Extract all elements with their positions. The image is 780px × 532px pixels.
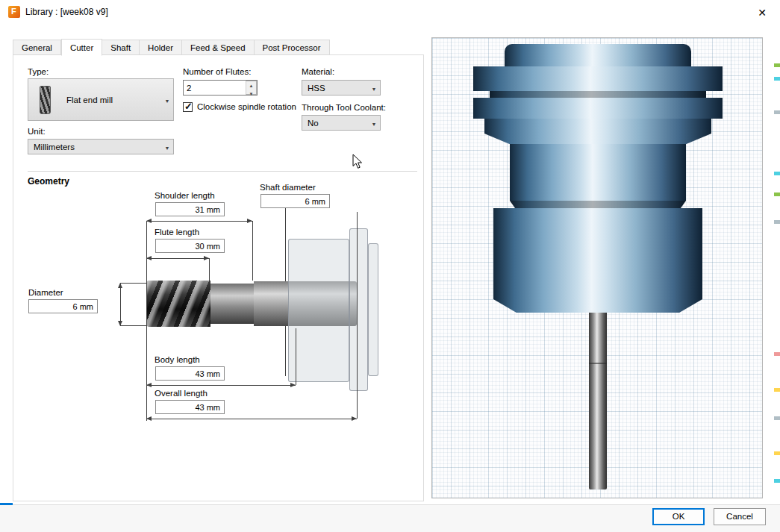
coolant-value: No xyxy=(302,119,368,128)
screen-edge-artifact xyxy=(774,388,780,392)
screen-edge-artifact xyxy=(774,77,780,81)
material-label: Material: xyxy=(302,67,334,76)
arrow-left-icon xyxy=(146,256,152,260)
shaft-diameter-label: Shaft diameter xyxy=(260,183,316,192)
body-length-input[interactable] xyxy=(155,366,225,381)
title-bar: Library : [week08 v9] ✕ xyxy=(0,0,780,24)
tool-3d-preview[interactable] xyxy=(431,37,763,498)
diameter-input[interactable] xyxy=(28,299,98,313)
overall-length-label: Overall length xyxy=(155,389,208,398)
coolant-dropdown[interactable]: No xyxy=(302,115,381,131)
shoulder-length-label: Shoulder length xyxy=(155,191,215,200)
screen-edge-artifact xyxy=(774,193,780,196)
spinner-down-icon[interactable] xyxy=(246,90,256,98)
flutes-spinner xyxy=(246,81,257,95)
clockwise-rotation-checkbox[interactable] xyxy=(183,102,193,112)
unit-value: Millimeters xyxy=(28,143,161,151)
footer-accent-segment xyxy=(0,503,13,505)
tab-shaft[interactable]: Shaft xyxy=(102,40,140,55)
close-icon[interactable]: ✕ xyxy=(755,5,770,20)
spinner-up-icon[interactable] xyxy=(246,81,256,90)
end-mill-icon xyxy=(40,86,51,114)
extension-line xyxy=(296,328,296,385)
material-dropdown[interactable]: HSS xyxy=(302,80,381,96)
footer-divider xyxy=(0,504,780,505)
holder-ghost-body xyxy=(288,239,349,382)
clockwise-rotation-label: Clockwise spindle rotation xyxy=(197,102,296,111)
tool-neck-graphic xyxy=(210,284,254,324)
tool-shaft xyxy=(589,313,607,489)
unit-dropdown[interactable]: Millimeters xyxy=(28,139,174,154)
extension-line xyxy=(120,283,146,284)
dimension-line xyxy=(146,385,296,386)
tab-holder[interactable]: Holder xyxy=(140,40,182,55)
flutes-label: Number of Flutes: xyxy=(183,67,251,76)
extension-line xyxy=(357,212,358,419)
arrow-left-icon xyxy=(146,383,152,387)
fusion-app-icon xyxy=(8,6,20,18)
tab-cutter[interactable]: Cutter xyxy=(61,39,102,56)
tool-library-dialog: Library : [week08 v9] ✕ General Cutter S… xyxy=(0,0,780,532)
screen-edge-artifact xyxy=(774,479,780,483)
holder-groove xyxy=(490,91,706,98)
window-title: Library : [week08 v9] xyxy=(25,7,108,17)
extension-line xyxy=(146,221,147,421)
tool-shaft-seam xyxy=(589,363,607,364)
geometry-heading: Geometry xyxy=(28,176,69,187)
holder-ghost-flange xyxy=(349,228,368,391)
shoulder-length-input[interactable] xyxy=(155,202,225,216)
dimension-line xyxy=(146,221,252,222)
type-label: Type: xyxy=(28,67,49,76)
extension-line xyxy=(120,325,146,326)
material-value: HSS xyxy=(302,84,368,93)
tab-post-processor[interactable]: Post Processor xyxy=(255,40,330,55)
unit-label: Unit: xyxy=(28,127,46,136)
extension-line xyxy=(252,221,253,281)
holder-mid-cylinder xyxy=(510,144,686,201)
overall-length-input[interactable] xyxy=(155,400,225,414)
arrow-right-icon xyxy=(290,383,296,387)
arrow-left-icon xyxy=(146,219,152,223)
dimension-line xyxy=(146,419,357,419)
screen-edge-artifact xyxy=(774,451,780,455)
cancel-button[interactable]: Cancel xyxy=(714,508,766,525)
mouse-cursor-icon xyxy=(352,154,364,169)
arrow-right-icon xyxy=(352,416,357,421)
tab-bar: General Cutter Shaft Holder Feed & Speed… xyxy=(13,39,330,55)
holder-chamfer xyxy=(493,299,702,313)
holder-taper xyxy=(484,134,711,144)
chevron-down-icon xyxy=(368,84,380,93)
tab-general[interactable]: General xyxy=(13,40,61,55)
arrow-right-icon xyxy=(247,219,252,223)
screen-edge-artifact xyxy=(774,220,780,224)
dimension-line xyxy=(120,283,121,326)
cutter-tab-panel: Type: Flat end mill Number of Flutes: Cl… xyxy=(13,54,424,501)
dimension-line xyxy=(146,258,209,259)
arrow-up-icon xyxy=(118,283,122,288)
holder-flange-2 xyxy=(473,98,723,119)
flute-length-input[interactable] xyxy=(155,239,225,253)
extension-line xyxy=(209,258,210,281)
chevron-down-icon xyxy=(161,143,173,151)
diameter-label: Diameter xyxy=(28,288,63,297)
holder-step xyxy=(510,201,686,208)
holder-collar xyxy=(484,119,711,134)
holder-ghost-cap xyxy=(368,243,378,376)
tool-type-dropdown[interactable]: Flat end mill xyxy=(28,78,174,121)
ok-button[interactable]: OK xyxy=(652,508,705,525)
screen-edge-artifact xyxy=(774,416,780,420)
holder-top-cylinder xyxy=(505,44,691,66)
screen-edge-artifact xyxy=(774,172,780,175)
flute-length-label: Flute length xyxy=(155,228,199,237)
tab-feed-speed[interactable]: Feed & Speed xyxy=(182,40,255,55)
shaft-diameter-input[interactable] xyxy=(260,194,330,208)
screen-edge-artifact xyxy=(774,110,780,114)
screen-edge-artifact xyxy=(774,352,780,356)
arrow-left-icon xyxy=(146,416,152,421)
section-divider xyxy=(28,171,417,172)
tool-type-value: Flat end mill xyxy=(61,96,161,104)
chevron-down-icon xyxy=(368,119,380,128)
holder-body-cylinder xyxy=(493,208,702,299)
body-length-label: Body length xyxy=(155,355,200,364)
arrow-right-icon xyxy=(204,256,209,260)
